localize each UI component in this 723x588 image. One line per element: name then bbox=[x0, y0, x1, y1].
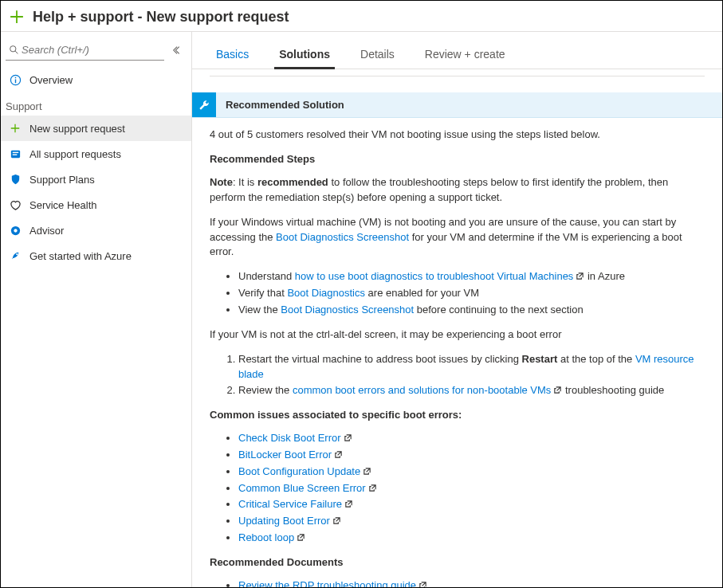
sidebar-item-support-plans[interactable]: Support Plans bbox=[1, 167, 191, 192]
svg-point-0 bbox=[10, 46, 15, 52]
search-icon bbox=[7, 44, 20, 57]
tab-solutions[interactable]: Solutions bbox=[277, 43, 332, 69]
svg-rect-4 bbox=[12, 151, 18, 152]
blue-screen-link[interactable]: Common Blue Screen Error bbox=[238, 482, 366, 494]
ctrl-alt-del-paragraph: If your VM is not at the ctrl-alt-del sc… bbox=[210, 327, 700, 343]
external-link-icon bbox=[363, 465, 371, 474]
plus-icon bbox=[9, 122, 22, 135]
overview-icon bbox=[9, 73, 22, 86]
list-item: Critical Service Failure bbox=[238, 497, 700, 512]
svg-line-1 bbox=[15, 51, 18, 53]
tab-details[interactable]: Details bbox=[359, 43, 396, 69]
sidebar-item-all-requests[interactable]: All support requests bbox=[1, 141, 191, 167]
note-label: Note bbox=[210, 176, 233, 188]
list-item: View the Boot Diagnostics Screenshot bef… bbox=[238, 303, 700, 318]
list-item: Common Blue Screen Error bbox=[238, 481, 700, 496]
boot-config-link[interactable]: Boot Configuration Update bbox=[238, 465, 360, 477]
page-header: Help + support - New support request bbox=[1, 1, 722, 32]
search-input[interactable] bbox=[20, 43, 163, 57]
sidebar-item-label: Advisor bbox=[29, 225, 64, 237]
collapse-sidebar-button[interactable] bbox=[169, 41, 187, 59]
svg-point-7 bbox=[14, 229, 17, 232]
list-item: Review the RDP troubleshooting guide bbox=[238, 578, 700, 587]
reboot-loop-link[interactable]: Reboot loop bbox=[238, 531, 294, 543]
sidebar-item-service-health[interactable]: Service Health bbox=[1, 192, 191, 218]
sidebar-item-overview[interactable]: Overview bbox=[1, 67, 191, 92]
external-link-icon bbox=[576, 270, 584, 279]
divider bbox=[210, 76, 705, 81]
external-link-icon bbox=[418, 579, 427, 587]
list-item: Check Disk Boot Error bbox=[238, 431, 700, 446]
sidebar-item-get-started[interactable]: Get started with Azure bbox=[1, 243, 191, 269]
sidebar-group-label: Support bbox=[1, 92, 191, 116]
external-link-icon bbox=[344, 432, 352, 441]
list-item: Understand how to use boot diagnostics t… bbox=[238, 269, 700, 284]
sidebar-item-label: Service Health bbox=[29, 199, 97, 211]
check-disk-link[interactable]: Check Disk Boot Error bbox=[238, 432, 341, 444]
add-icon bbox=[7, 7, 26, 26]
external-link-icon bbox=[332, 515, 341, 523]
svg-point-8 bbox=[16, 253, 18, 255]
recommended-docs-heading: Recommended Documents bbox=[210, 555, 700, 570]
rdp-guide-link[interactable]: Review the RDP troubleshooting guide bbox=[238, 579, 416, 587]
diag-paragraph: If your Windows virtual machine (VM) is … bbox=[210, 215, 700, 261]
wrench-icon bbox=[192, 92, 216, 117]
list-item: Updating Boot Error bbox=[238, 514, 700, 529]
boot-diagnostics-link[interactable]: Boot Diagnostics bbox=[287, 287, 365, 299]
svg-rect-5 bbox=[12, 154, 17, 155]
sidebar-item-new-request[interactable]: New support request bbox=[1, 116, 191, 141]
external-link-icon bbox=[344, 498, 353, 507]
sidebar-item-label: New support request bbox=[29, 123, 125, 135]
tabs: Basics Solutions Details Review + create bbox=[192, 32, 722, 69]
common-issues-heading: Common issues associated to specific boo… bbox=[210, 408, 700, 423]
rocket-icon bbox=[9, 249, 22, 262]
list-item: Boot Configuration Update bbox=[238, 465, 700, 480]
common-issues-list: Check Disk Boot Error BitLocker Boot Err… bbox=[210, 431, 700, 546]
advisor-icon bbox=[9, 224, 22, 237]
sidebar-item-label: Get started with Azure bbox=[29, 250, 132, 262]
list-item: Verify that Boot Diagnostics are enabled… bbox=[238, 286, 700, 301]
how-to-boot-diag-link[interactable]: how to use boot diagnostics to troublesh… bbox=[295, 270, 574, 282]
sidebar-item-advisor[interactable]: Advisor bbox=[1, 218, 191, 243]
list-item: Review the common boot errors and soluti… bbox=[238, 383, 700, 398]
external-link-icon bbox=[334, 449, 343, 457]
recommended-steps-heading: Recommended Steps bbox=[210, 152, 700, 167]
common-boot-errors-link[interactable]: common boot errors and solutions for non… bbox=[293, 384, 551, 396]
boot-diag-screenshot-link-2[interactable]: Boot Diagnostics Screenshot bbox=[281, 304, 414, 316]
diag-bullets: Understand how to use boot diagnostics t… bbox=[210, 269, 700, 318]
boot-diag-screenshot-link[interactable]: Boot Diagnostics Screenshot bbox=[276, 231, 409, 243]
page-title: Help + support - New support request bbox=[33, 9, 289, 25]
external-link-icon bbox=[368, 482, 377, 491]
updating-boot-link[interactable]: Updating Boot Error bbox=[238, 515, 330, 527]
shield-icon bbox=[9, 173, 22, 186]
search-input-wrapper[interactable] bbox=[6, 40, 164, 61]
tab-review[interactable]: Review + create bbox=[423, 43, 507, 69]
banner-title: Recommended Solution bbox=[216, 92, 354, 117]
external-link-icon bbox=[297, 531, 305, 540]
sidebar-item-label: Support Plans bbox=[29, 174, 95, 186]
sidebar: Overview Support New support request All… bbox=[1, 32, 192, 587]
content-body: 4 out of 5 customers resolved their VM n… bbox=[192, 118, 722, 587]
recommended-docs-list: Review the RDP troubleshooting guide Acc… bbox=[210, 578, 700, 587]
list-item: Restart the virtual machine to address b… bbox=[238, 352, 700, 382]
bitlocker-link[interactable]: BitLocker Boot Error bbox=[238, 449, 332, 461]
external-link-icon bbox=[553, 384, 562, 393]
list-item: BitLocker Boot Error bbox=[238, 448, 700, 463]
restart-steps: Restart the virtual machine to address b… bbox=[210, 352, 700, 399]
ticket-icon bbox=[9, 147, 22, 160]
intro-text: 4 out of 5 customers resolved their VM n… bbox=[210, 127, 700, 143]
list-item: Reboot loop bbox=[238, 531, 700, 546]
tab-basics[interactable]: Basics bbox=[214, 43, 250, 69]
sidebar-item-label: All support requests bbox=[29, 148, 121, 160]
critical-service-link[interactable]: Critical Service Failure bbox=[238, 498, 342, 510]
heart-icon bbox=[9, 198, 22, 211]
sidebar-item-label: Overview bbox=[29, 74, 73, 86]
recommended-solution-banner: Recommended Solution bbox=[192, 92, 722, 118]
note-paragraph: Note: It is recommended to follow the tr… bbox=[210, 175, 700, 206]
